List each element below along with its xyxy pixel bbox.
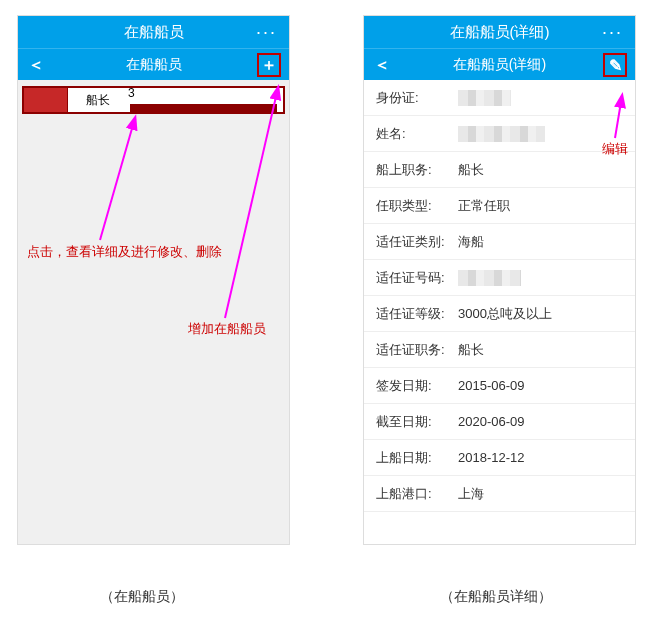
detail-row: 上船日期:2018-12-12 xyxy=(364,440,635,476)
field-label: 截至日期: xyxy=(376,413,458,431)
detail-row: 身份证: xyxy=(364,80,635,116)
detail-row: 适任证等级:3000总吨及以上 xyxy=(364,296,635,332)
phone-mock-crew-detail: 在船船员(详细) ··· ＜ 在船船员(详细) ✎ 身份证:姓名:船上职务:船长… xyxy=(363,15,636,545)
field-value: 3000总吨及以上 xyxy=(458,305,623,323)
crew-list-row[interactable]: 船长 3 xyxy=(22,86,285,114)
field-value xyxy=(458,270,623,286)
caption-left: （在船船员） xyxy=(100,588,184,606)
detail-row: 适任证号码: xyxy=(364,260,635,296)
crew-id-number: 3 xyxy=(128,86,283,114)
field-value: 2015-06-09 xyxy=(458,378,623,393)
back-icon[interactable]: ＜ xyxy=(28,49,44,81)
row-tag-icon xyxy=(24,88,68,112)
field-label: 上船港口: xyxy=(376,485,458,503)
field-value: 船长 xyxy=(458,161,623,179)
field-label: 适任证号码: xyxy=(376,269,458,287)
field-value: 海船 xyxy=(458,233,623,251)
field-value xyxy=(458,126,623,142)
field-label: 任职类型: xyxy=(376,197,458,215)
header-top: 在船船员 ··· xyxy=(18,16,289,48)
crew-role: 船长 xyxy=(68,92,128,109)
field-label: 身份证: xyxy=(376,89,458,107)
detail-row: 上船港口:上海 xyxy=(364,476,635,512)
phone-mock-crew-list: 在船船员 ··· ＜ 在船船员 ＋ 船长 3 xyxy=(17,15,290,545)
page-title: 在船船员(详细) xyxy=(450,23,550,42)
field-value: 2020-06-09 xyxy=(458,414,623,429)
annotation-edit: 编辑 xyxy=(602,140,628,158)
more-icon[interactable]: ··· xyxy=(256,16,277,48)
field-label: 适任证职务: xyxy=(376,341,458,359)
field-label: 船上职务: xyxy=(376,161,458,179)
field-label: 姓名: xyxy=(376,125,458,143)
detail-row: 适任证职务:船长 xyxy=(364,332,635,368)
subpage-title: 在船船员(详细) xyxy=(453,56,546,74)
field-label: 适任证等级: xyxy=(376,305,458,323)
detail-row: 签发日期:2015-06-09 xyxy=(364,368,635,404)
header-sub: ＜ 在船船员(详细) ✎ xyxy=(364,48,635,80)
header-top: 在船船员(详细) ··· xyxy=(364,16,635,48)
detail-row: 适任证类别:海船 xyxy=(364,224,635,260)
detail-row: 姓名: xyxy=(364,116,635,152)
field-value: 2018-12-12 xyxy=(458,450,623,465)
detail-fields-list: 身份证:姓名:船上职务:船长任职类型:正常任职适任证类别:海船适任证号码:适任证… xyxy=(364,80,635,512)
field-label: 签发日期: xyxy=(376,377,458,395)
page-title: 在船船员 xyxy=(124,23,184,42)
field-label: 适任证类别: xyxy=(376,233,458,251)
field-label: 上船日期: xyxy=(376,449,458,467)
header-sub: ＜ 在船船员 ＋ xyxy=(18,48,289,80)
edit-button[interactable]: ✎ xyxy=(603,53,627,77)
detail-row: 船上职务:船长 xyxy=(364,152,635,188)
field-value: 上海 xyxy=(458,485,623,503)
subpage-title: 在船船员 xyxy=(126,56,182,74)
caption-right: （在船船员详细） xyxy=(440,588,552,606)
more-icon[interactable]: ··· xyxy=(602,16,623,48)
detail-row: 截至日期:2020-06-09 xyxy=(364,404,635,440)
back-icon[interactable]: ＜ xyxy=(374,49,390,81)
annotation-view-edit: 点击，查看详细及进行修改、删除 xyxy=(27,243,222,261)
field-value: 船长 xyxy=(458,341,623,359)
add-crew-button[interactable]: ＋ xyxy=(257,53,281,77)
detail-row: 任职类型:正常任职 xyxy=(364,188,635,224)
field-value xyxy=(458,90,623,106)
field-value: 正常任职 xyxy=(458,197,623,215)
annotation-add-crew: 增加在船船员 xyxy=(188,320,266,338)
